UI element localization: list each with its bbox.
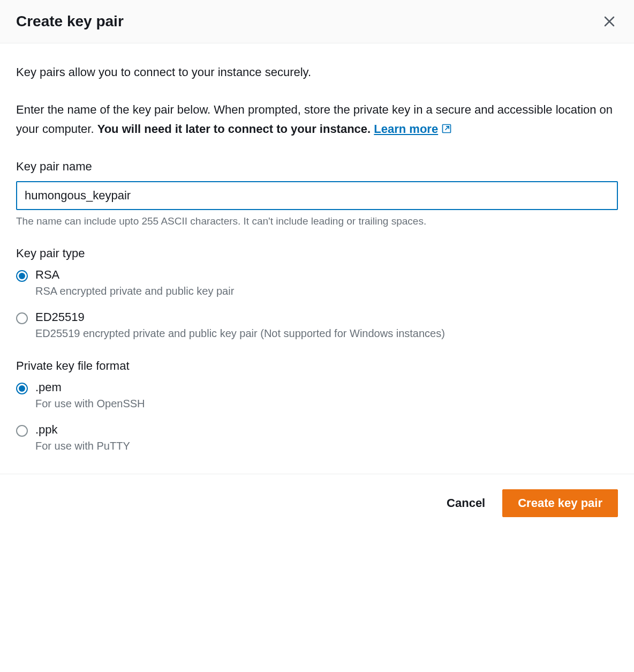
modal-footer: Cancel Create key pair <box>0 474 634 532</box>
radio-circle <box>16 312 28 324</box>
radio-option-ppk[interactable]: .ppk For use with PuTTY <box>16 423 618 452</box>
modal-header: Create key pair <box>0 0 634 43</box>
radio-label: ED25519 <box>35 310 445 324</box>
key-pair-type-radio-group: RSA RSA encrypted private and public key… <box>16 268 618 340</box>
radio-description: For use with OpenSSH <box>35 398 145 410</box>
private-key-format-label: Private key file format <box>16 359 618 373</box>
key-pair-name-input[interactable] <box>16 181 618 210</box>
external-link-icon <box>441 123 452 134</box>
radio-description: RSA encrypted private and public key pai… <box>35 285 234 297</box>
key-pair-name-section: Key pair name The name can include upto … <box>16 160 618 227</box>
radio-circle <box>16 383 28 394</box>
key-pair-type-label: Key pair type <box>16 247 618 260</box>
create-key-pair-button[interactable]: Create key pair <box>502 489 618 517</box>
cancel-button[interactable]: Cancel <box>442 491 489 516</box>
modal-title: Create key pair <box>16 13 124 30</box>
close-button[interactable] <box>601 13 618 30</box>
private-key-format-radio-group: .pem For use with OpenSSH .ppk For use w… <box>16 380 618 452</box>
radio-circle <box>16 425 28 437</box>
radio-option-ed25519[interactable]: ED25519 ED25519 encrypted private and pu… <box>16 310 618 340</box>
close-icon <box>603 15 616 28</box>
radio-description: ED25519 encrypted private and public key… <box>35 327 445 340</box>
private-key-format-section: Private key file format .pem For use wit… <box>16 359 618 452</box>
radio-label: .pem <box>35 380 145 394</box>
radio-circle <box>16 270 28 282</box>
radio-option-pem[interactable]: .pem For use with OpenSSH <box>16 380 618 410</box>
radio-description: For use with PuTTY <box>35 440 130 452</box>
learn-more-link[interactable]: Learn more <box>374 120 452 138</box>
modal-body: Key pairs allow you to connect to your i… <box>0 43 634 474</box>
key-pair-name-helper: The name can include upto 255 ASCII char… <box>16 215 618 227</box>
radio-label: RSA <box>35 268 234 282</box>
intro-line1: Key pairs allow you to connect to your i… <box>16 63 618 81</box>
key-pair-name-label: Key pair name <box>16 160 618 174</box>
svg-line-3 <box>446 126 449 130</box>
key-pair-type-section: Key pair type RSA RSA encrypted private … <box>16 247 618 340</box>
radio-option-rsa[interactable]: RSA RSA encrypted private and public key… <box>16 268 618 297</box>
radio-label: .ppk <box>35 423 130 437</box>
intro-line2: Enter the name of the key pair below. Wh… <box>16 100 618 138</box>
intro-text: Key pairs allow you to connect to your i… <box>16 63 618 138</box>
